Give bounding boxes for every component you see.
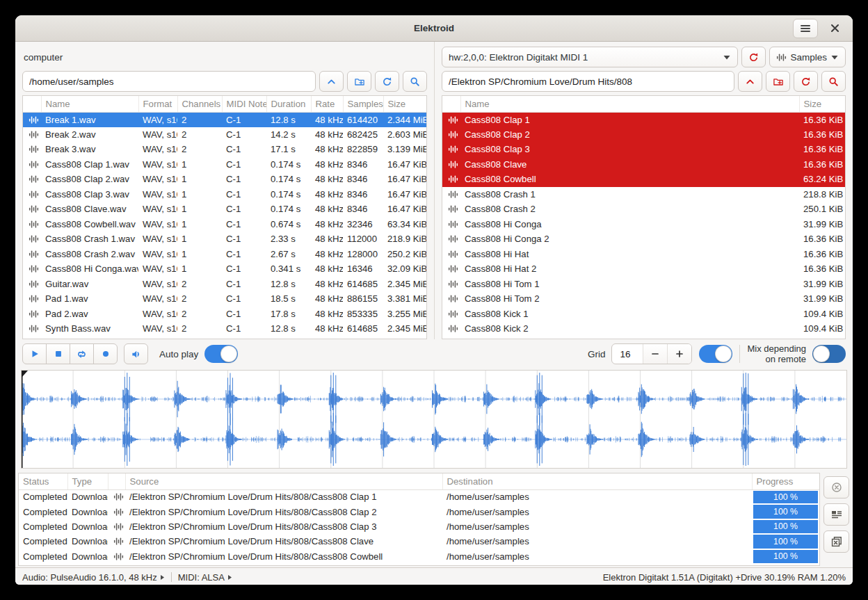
remote-file-row[interactable]: Cass808 Hi Conga 2 16.36 KiB (442, 232, 845, 247)
remote-refresh-button[interactable] (794, 71, 818, 92)
column-header-progress[interactable]: Progress (752, 473, 819, 489)
file-rate: 48 kHz (311, 261, 343, 277)
remote-go-up-button[interactable] (738, 71, 762, 92)
file-name: Break 1.wav (41, 112, 138, 127)
local-file-row[interactable]: Guitar.wav WAV, s16 2 C-1 12.8 s 48 kHz … (23, 277, 426, 292)
column-header-icon[interactable] (23, 96, 41, 112)
loop-button[interactable] (70, 343, 94, 364)
file-duration: 0.174 s (266, 202, 311, 217)
column-header-size[interactable]: Size (383, 96, 426, 112)
local-file-row[interactable]: Synth Bass.wav WAV, s16 2 C-1 12.8 s 48 … (23, 321, 426, 337)
mix-depending-label: Mix depending on remote (747, 343, 806, 365)
local-file-row[interactable]: Pad 2.wav WAV, s16 2 C-1 17.8 s 48 kHz 8… (23, 307, 426, 322)
close-window-button[interactable] (826, 20, 843, 37)
stop-button[interactable] (46, 343, 70, 364)
mix-depending-switch[interactable] (812, 345, 846, 363)
grid-decrement-button[interactable] (643, 344, 667, 364)
waveform-editor[interactable] (21, 370, 847, 469)
column-header-duration[interactable]: Duration (266, 96, 311, 112)
local-file-row[interactable]: Break 1.wav WAV, s16 2 C-1 12.8 s 48 kHz… (23, 112, 426, 127)
midi-status-button[interactable]: MIDI: ALSA (178, 572, 232, 583)
column-header-rate[interactable]: Rate (311, 96, 343, 112)
file-rate: 48 kHz (311, 232, 343, 247)
auto-play-switch[interactable] (204, 345, 238, 363)
local-file-row[interactable]: Cass808 Crash 1.wav WAV, s16 1 C-1 2.33 … (23, 232, 426, 247)
audio-status-label: Audio: PulseAudio 16.1.0, 48 kHz (22, 572, 157, 583)
remote-path-input[interactable] (442, 71, 734, 92)
remote-search-button[interactable] (821, 71, 846, 92)
remote-file-row[interactable]: Cass808 Hi Conga 31.99 KiB (442, 217, 845, 232)
grid-switch[interactable] (699, 345, 732, 363)
remote-file-row[interactable]: Cass808 Hi Hat 16.36 KiB (442, 247, 845, 262)
file-size: 16.47 KiB (383, 157, 426, 172)
local-file-row[interactable]: Break 2.wav WAV, s16 2 C-1 14.2 s 48 kHz… (23, 127, 426, 143)
local-search-button[interactable] (403, 71, 427, 92)
remote-file-row[interactable]: Cass808 Crash 1 218.8 KiB (442, 187, 845, 202)
local-file-row[interactable]: Cass808 Crash 2.wav WAV, s16 1 C-1 2.67 … (23, 247, 426, 262)
remote-file-row[interactable]: Cass808 Clap 2 16.36 KiB (442, 127, 845, 143)
column-header-status[interactable]: Status (19, 473, 67, 489)
column-header-size[interactable]: Size (799, 96, 845, 112)
grid-value[interactable]: 16 (612, 344, 643, 364)
local-file-row[interactable]: Cass808 Hi Conga.wav WAV, s16 1 C-1 0.34… (23, 261, 426, 277)
task-type: Download (67, 519, 108, 534)
remote-file-row[interactable]: Cass808 Clave 16.36 KiB (442, 157, 845, 172)
remote-file-row[interactable]: Cass808 Hi Tom 1 31.99 KiB (442, 277, 845, 292)
local-new-folder-button[interactable] (347, 71, 371, 92)
local-root-label: computer (22, 52, 63, 63)
cancel-task-button[interactable] (823, 476, 849, 498)
local-file-row[interactable]: Cass808 Clap 1.wav WAV, s16 1 C-1 0.174 … (23, 157, 426, 172)
app-menu-button[interactable] (793, 19, 818, 38)
local-file-row[interactable]: Cass808 Clap 3.wav WAV, s16 1 C-1 0.174 … (23, 187, 426, 202)
waveform-display[interactable] (22, 371, 846, 468)
remote-file-row[interactable]: Cass808 Clap 1 16.36 KiB (442, 112, 845, 127)
local-path-input[interactable] (22, 71, 316, 92)
play-button[interactable] (22, 343, 47, 364)
task-row[interactable]: Completed Download /Elektron SP/Chromium… (19, 519, 819, 534)
local-file-row[interactable]: Pad 1.wav WAV, s16 2 C-1 18.5 s 48 kHz 8… (23, 291, 426, 307)
grid-increment-button[interactable] (667, 344, 691, 364)
remote-file-row[interactable]: Cass808 Kick 1 109.4 KiB (442, 307, 845, 322)
column-header-name[interactable]: Name (460, 96, 799, 112)
remote-new-folder-button[interactable] (766, 71, 790, 92)
remote-file-row[interactable]: Cass808 Cowbell 63.24 KiB (442, 172, 845, 187)
column-header-midi-note[interactable]: MIDI Note (222, 96, 266, 112)
fs-mode-selector[interactable]: Samples (769, 47, 846, 67)
local-file-row[interactable]: Cass808 Cowbell.wav WAV, s16 1 C-1 0.674… (23, 217, 426, 232)
remote-file-row[interactable]: Cass808 Clap 3 16.36 KiB (442, 142, 845, 157)
device-selector[interactable]: hw:2,0,0: Elektron Digitakt MIDI 1 (442, 47, 738, 67)
column-header-destination[interactable]: Destination (442, 473, 752, 489)
clear-finished-tasks-button[interactable] (823, 530, 849, 553)
remote-file-row[interactable]: Cass808 Hi Tom 2 31.99 KiB (442, 291, 845, 307)
local-file-row[interactable]: Cass808 Clap 2.wav WAV, s16 1 C-1 0.174 … (23, 172, 426, 187)
volume-button[interactable] (124, 343, 148, 364)
task-row[interactable]: Completed Download /Elektron SP/Chromium… (19, 549, 819, 564)
task-row[interactable]: Completed Download /Elektron SP/Chromium… (19, 504, 819, 519)
column-header-type[interactable]: Type (67, 473, 108, 489)
record-button[interactable] (93, 343, 118, 364)
remote-file-row[interactable]: Cass808 Hi Hat 2 16.36 KiB (442, 261, 845, 277)
task-row[interactable]: Completed Download /Elektron SP/Chromium… (19, 489, 819, 504)
audio-status-button[interactable]: Audio: PulseAudio 16.1.0, 48 kHz (22, 572, 165, 583)
column-header-format[interactable]: Format (138, 96, 177, 112)
remove-queued-tasks-button[interactable] (823, 503, 849, 526)
file-size: 109.4 KiB (799, 321, 845, 337)
column-header-icon[interactable] (108, 473, 125, 489)
local-file-row[interactable]: Cass808 Clave.wav WAV, s16 1 C-1 0.174 s… (23, 202, 426, 217)
file-duration: 0.674 s (266, 217, 311, 232)
audio-file-icon (29, 219, 39, 229)
device-refresh-button[interactable] (741, 47, 766, 67)
column-header-name[interactable]: Name (41, 96, 138, 112)
column-header-source[interactable]: Source (125, 473, 442, 489)
local-go-up-button[interactable] (319, 71, 344, 92)
local-file-row[interactable]: Break 3.wav WAV, s16 2 C-1 17.1 s 48 kHz… (23, 142, 426, 157)
remote-files-table: NameSize Cass808 Clap 1 16.36 KiB Cass80… (442, 95, 846, 339)
remote-file-row[interactable]: Cass808 Crash 2 250.1 KiB (442, 202, 845, 217)
local-refresh-button[interactable] (375, 71, 399, 92)
remote-file-row[interactable]: Cass808 Kick 2 109.4 KiB (442, 321, 845, 337)
audio-file-icon (113, 521, 124, 532)
column-header-samples[interactable]: Samples (343, 96, 383, 112)
task-row[interactable]: Completed Download /Elektron SP/Chromium… (19, 534, 819, 549)
column-header-icon[interactable] (442, 96, 460, 112)
column-header-channels[interactable]: Channels (177, 96, 222, 112)
